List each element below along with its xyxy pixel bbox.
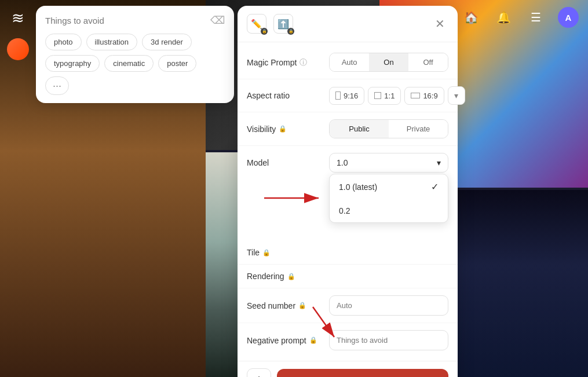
aspect-ratio-label: Aspect ratio [247,91,322,100]
magic-prompt-info-icon[interactable]: ⓘ [300,57,307,68]
tune-settings-button[interactable]: ⚙ [247,368,271,377]
visibility-label: Visibility 🔒 [247,125,322,134]
tag-illustration[interactable]: illustration [86,34,138,50]
home-nav-button[interactable]: 🏠 [461,7,481,28]
rendering-lock-icon: 🔒 [287,273,295,280]
visibility-private-button[interactable]: Private [389,120,448,138]
magic-prompt-auto[interactable]: Auto [330,53,369,71]
magic-prompt-row: Magic Prompt ⓘ Auto On Off [238,47,458,78]
visibility-toggle: Public Private [329,119,448,138]
model-option-1-label: 1.0 (latest) [339,182,377,192]
aspect-9-16-icon [335,91,341,100]
pencil-lock-badge: 🔒 [261,28,268,35]
pencil-tool-button[interactable]: ✏️ 🔒 [247,14,266,34]
negative-prompt-label: Negative prompt 🔒 [247,336,322,345]
pencil-icon: ✏️ [251,19,262,30]
model-option-2-label: 0.2 [339,206,350,215]
search-input[interactable] [45,16,204,25]
aspect-ratio-group: 9:16 1:1 16:9 ▾ [329,86,465,105]
tile-lock-icon: 🔒 [262,249,271,257]
model-option-1[interactable]: 1.0 (latest) ✓ [330,174,448,199]
generate-button[interactable]: Generate [277,369,448,378]
sidebar-user-icon[interactable] [7,38,29,60]
settings-panel: ✏️ 🔒 ⬆️ 🔒 ✕ Magic Prompt ⓘ Auto On Off [238,6,458,377]
magic-prompt-label: Magic Prompt ⓘ [247,57,322,68]
tile-label: Tile 🔒 [247,248,322,257]
visibility-public-button[interactable]: Public [330,120,389,138]
tag-poster[interactable]: poster [158,55,196,72]
aspect-ratio-row: Aspect ratio 9:16 1:1 16:9 [238,80,458,111]
seed-number-label: Seed number 🔒 [247,301,322,310]
upload-lock-badge: 🔒 [287,28,294,35]
tag-photo[interactable]: photo [45,34,82,50]
model-row: Model 1.0 ▾ 1.0 (latest) ✓ 0.2 [238,147,458,178]
user-avatar[interactable]: A [558,7,579,28]
model-dropdown-menu: 1.0 (latest) ✓ 0.2 [329,174,448,223]
model-label: Model [247,158,322,167]
magic-prompt-on[interactable]: On [369,53,408,71]
settings-tool-icons: ✏️ 🔒 ⬆️ 🔒 [247,14,293,34]
logo-icon: ≋ [12,9,24,27]
menu-button[interactable]: ☰ [525,7,546,28]
upload-icon: ⬆️ [277,19,289,30]
tile-row: Tile 🔒 [238,242,458,263]
search-panel: ⌫ photo illustration 3d render typograph… [36,6,234,103]
tune-icon: ⚙ [254,374,264,377]
tag-typography[interactable]: typography [45,55,100,72]
left-sidebar: ≋ [0,0,36,377]
settings-bottom-bar: ⚙ Generate [238,361,458,377]
notifications-button[interactable]: 🔔 [493,7,514,28]
visibility-row: Visibility 🔒 Public Private [238,114,458,144]
model-option-1-check: ✓ [431,181,439,192]
upload-tool-button[interactable]: ⬆️ 🔒 [273,14,293,34]
rendering-label: Rendering 🔒 [247,272,322,281]
seed-lock-icon: 🔒 [298,302,306,309]
aspect-16-9-icon [411,93,420,98]
tags-more-button[interactable]: ··· [45,76,69,95]
settings-header: ✏️ 🔒 ⬆️ 🔒 ✕ [238,6,458,42]
rendering-row: Rendering 🔒 [238,266,458,287]
aspect-more-button[interactable]: ▾ [448,86,465,105]
model-dropdown-icon: ▾ [437,158,441,167]
settings-body: Magic Prompt ⓘ Auto On Off Aspect ratio [238,42,458,361]
model-select[interactable]: 1.0 ▾ [329,153,448,173]
negative-prompt-lock-icon: 🔒 [309,336,317,344]
negative-prompt-row: Negative prompt 🔒 [238,324,458,356]
model-value: 1.0 [337,158,348,167]
tags-section: photo illustration 3d render typography … [45,34,225,95]
visibility-lock-icon: 🔒 [279,125,287,133]
close-settings-button[interactable]: ✕ [431,15,448,32]
magic-prompt-toggle: Auto On Off [329,53,448,72]
aspect-1-1-icon [374,92,381,99]
magic-prompt-off[interactable]: Off [408,53,448,71]
tag-cinematic[interactable]: cinematic [104,55,154,72]
aspect-1-1-button[interactable]: 1:1 [368,87,401,105]
eraser-icon[interactable]: ⌫ [210,14,225,27]
seed-number-input[interactable] [329,295,448,316]
app-logo[interactable]: ≋ [7,7,29,29]
aspect-9-16-button[interactable]: 9:16 [329,87,364,105]
search-row: ⌫ [45,14,225,27]
tag-3d-render[interactable]: 3d render [142,34,192,50]
negative-prompt-input[interactable] [329,330,448,350]
model-option-2[interactable]: 0.2 [330,199,448,222]
aspect-16-9-button[interactable]: 16:9 [404,87,444,105]
seed-number-row: Seed number 🔒 [238,290,458,321]
